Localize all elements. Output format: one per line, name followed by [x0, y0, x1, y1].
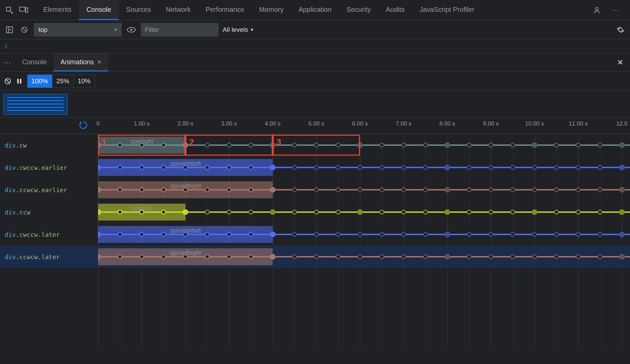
svg-point-142	[489, 232, 493, 236]
animation-group-strip	[0, 91, 630, 118]
animation-row[interactable]: div.ccwcw.laterspinleftright	[0, 246, 630, 268]
animation-row-selector[interactable]: div.ccw	[0, 201, 98, 223]
svg-point-73	[205, 188, 209, 192]
svg-point-141	[467, 232, 471, 236]
log-levels-button[interactable]: All levels ▼	[223, 26, 254, 33]
tab-javascript-profiler[interactable]: JavaScript Profiler	[412, 0, 482, 20]
animation-row-selector[interactable]: div.ccwcw.earlier	[0, 179, 98, 201]
tab-network[interactable]: Network	[158, 0, 198, 20]
clear-animations-icon[interactable]	[4, 77, 12, 85]
svg-point-48	[270, 165, 275, 170]
tab-application[interactable]: Application	[291, 0, 339, 20]
svg-point-63	[598, 165, 602, 169]
svg-point-114	[489, 210, 493, 214]
live-expression-icon[interactable]	[126, 24, 137, 35]
feedback-icon[interactable]	[591, 4, 603, 16]
animation-row-selector[interactable]: div.cw	[0, 134, 98, 156]
svg-point-175	[598, 255, 602, 259]
svg-point-24	[358, 143, 362, 147]
animation-row[interactable]: div.cwccw.earlierspinrightleft	[0, 156, 630, 179]
tab-console[interactable]: Console	[79, 0, 118, 20]
pause-animations-icon[interactable]	[16, 78, 22, 84]
svg-point-68	[98, 187, 100, 192]
drawer-close-icon[interactable]: ✕	[614, 58, 627, 67]
animation-row-selector[interactable]: div.cwccw.earlier	[0, 156, 98, 179]
tab-sources[interactable]: Sources	[119, 0, 158, 20]
animation-row[interactable]: div.cwccw.laterspinrightleft	[0, 223, 630, 246]
drawer-more-icon[interactable]: ⋯	[3, 58, 12, 67]
svg-point-159	[249, 255, 253, 259]
svg-point-128	[183, 232, 187, 236]
svg-point-139	[424, 232, 428, 236]
svg-point-89	[555, 188, 559, 192]
svg-point-153	[118, 255, 122, 259]
more-icon[interactable]: ⋯	[610, 4, 622, 16]
svg-point-124	[98, 232, 100, 237]
filter-input[interactable]	[141, 23, 219, 37]
context-select[interactable]: top	[34, 23, 122, 37]
ruler-tick: 11.00 s	[569, 120, 588, 127]
tab-security[interactable]: Security	[339, 0, 378, 20]
svg-point-74	[227, 188, 231, 192]
animation-row[interactable]: div.ccwspinleft	[0, 201, 630, 223]
speed-10pct[interactable]: 10%	[74, 75, 95, 88]
timeline-ruler[interactable]: 01.00 s2.00 s3.00 s4.00 s5.00 s6.00 s7.0…	[0, 118, 630, 134]
svg-point-62	[576, 165, 580, 169]
svg-point-104	[270, 210, 275, 214]
svg-point-12	[98, 143, 100, 147]
svg-point-138	[402, 232, 406, 236]
svg-point-99	[162, 210, 166, 214]
svg-point-14	[140, 143, 144, 147]
svg-point-140	[445, 232, 450, 237]
svg-point-143	[511, 232, 515, 236]
ruler-tick: 10.00 s	[525, 120, 544, 127]
svg-point-22	[314, 143, 318, 147]
svg-point-30	[489, 143, 493, 147]
svg-point-155	[162, 255, 166, 259]
inspect-icon[interactable]	[3, 4, 16, 16]
svg-point-81	[380, 188, 384, 192]
svg-point-172	[533, 255, 537, 259]
drawer-tab-animations[interactable]: Animations✕	[53, 53, 108, 71]
animation-row[interactable]: div.cwspinright123	[0, 134, 630, 156]
svg-point-147	[598, 232, 602, 236]
svg-point-118	[576, 210, 580, 214]
svg-point-106	[314, 210, 318, 214]
tab-audits[interactable]: Audits	[378, 0, 412, 20]
animation-row-selector[interactable]: div.cwccw.later	[0, 223, 98, 246]
svg-point-165	[380, 255, 384, 259]
svg-point-97	[118, 210, 122, 214]
svg-point-29	[467, 143, 471, 147]
svg-point-160	[270, 254, 275, 259]
console-settings-icon[interactable]	[615, 24, 626, 35]
animation-row-selector[interactable]: div.ccwcw.later	[0, 246, 98, 268]
svg-point-79	[336, 188, 340, 192]
svg-point-126	[140, 232, 144, 236]
speed-25pct[interactable]: 25%	[52, 75, 74, 88]
svg-point-80	[358, 188, 362, 192]
svg-point-152	[98, 254, 100, 259]
clear-console-icon[interactable]	[19, 24, 30, 35]
svg-point-77	[293, 188, 297, 192]
devtools-top-bar: ElementsConsoleSourcesNetworkPerformance…	[0, 0, 630, 20]
ruler-tick: 2.00 s	[178, 120, 193, 127]
console-sidebar-toggle-icon[interactable]	[4, 24, 15, 35]
svg-point-64	[620, 165, 624, 170]
svg-point-162	[314, 255, 318, 259]
svg-point-146	[576, 232, 580, 236]
tab-close-icon[interactable]: ✕	[97, 59, 102, 65]
device-toggle-icon[interactable]	[18, 4, 30, 16]
tab-memory[interactable]: Memory	[252, 0, 291, 20]
devtools-tabs: ElementsConsoleSourcesNetworkPerformance…	[36, 0, 591, 20]
tab-elements[interactable]: Elements	[36, 0, 79, 20]
svg-point-52	[358, 165, 362, 169]
svg-point-161	[293, 255, 297, 259]
replay-icon[interactable]	[78, 120, 88, 130]
drawer-tab-console[interactable]: Console	[15, 53, 53, 71]
animation-row[interactable]: div.ccwcw.earlierspinleftright	[0, 179, 630, 201]
speed-100pct[interactable]: 100%	[27, 75, 52, 88]
tab-performance[interactable]: Performance	[198, 0, 252, 20]
svg-point-127	[162, 232, 166, 236]
console-input-row[interactable]: ❯	[0, 39, 630, 53]
animation-group-chip[interactable]	[3, 94, 68, 115]
